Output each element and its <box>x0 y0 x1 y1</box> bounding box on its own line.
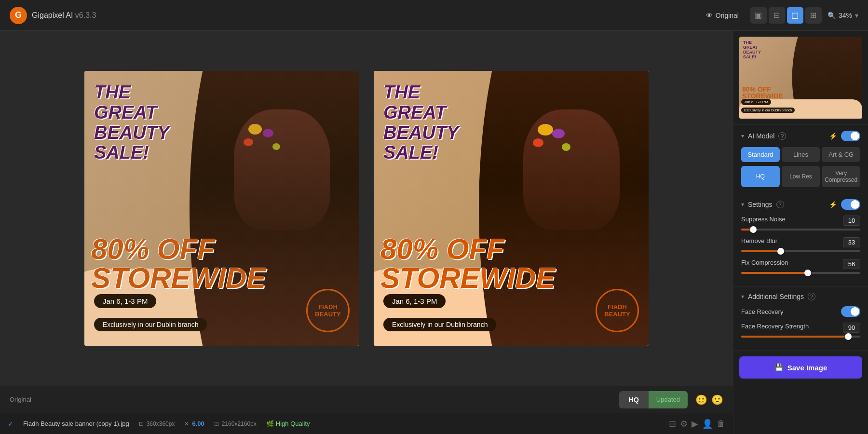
single-view-button[interactable]: ▣ <box>750 7 767 24</box>
additional-settings-section: ▾ Additional Settings ? Face Recovery Fa… <box>733 287 868 351</box>
file-check-icon: ✓ <box>8 420 14 428</box>
output-size-info: ⊡ 2160x2160px <box>214 420 257 427</box>
enhanced-image-panel: THEGREATBEAUTYSALE! 80% OFFSTOREWIDE Jan… <box>374 71 649 346</box>
suppress-noise-slider[interactable] <box>741 229 860 231</box>
settings-title: Settings <box>748 201 773 208</box>
remove-blur-slider[interactable] <box>741 250 860 252</box>
banner-heading: THEGREATBEAUTYSALE! <box>94 82 169 163</box>
chevron-icon: ▾ <box>741 133 744 139</box>
banner-discount-enhanced: 80% OFFSTOREWIDE <box>380 235 555 293</box>
zoom-area: 🔍 34% ▾ <box>827 12 858 19</box>
original-label: Original <box>716 12 739 19</box>
thumbs-down-button[interactable]: 🙁 <box>711 394 723 406</box>
file-size-info: ⊡ 360x360px <box>139 420 175 427</box>
grid-view-button[interactable]: ⊞ <box>805 7 822 24</box>
face-recovery-strength-value: 90 <box>843 323 860 333</box>
makeup-overlay-enhanced <box>533 124 600 163</box>
compare-icon[interactable]: ⊟ <box>669 419 676 429</box>
settings-toggle[interactable] <box>841 199 860 210</box>
main-layout: THEGREATBEAUTYSALE! 80% OFFSTOREWIDE Jan… <box>0 31 868 434</box>
banner-brand-enhanced: FIADHBEAUTY <box>596 289 639 332</box>
suppress-noise-value: 10 <box>843 216 860 226</box>
fix-compression-row: Fix Compression 56 <box>741 259 860 274</box>
leaf-icon: 🌿 <box>266 420 274 427</box>
original-label: Original <box>10 396 31 403</box>
face-recovery-strength-row: Face Recovery Strength 90 <box>741 323 860 338</box>
chevron-icon: ▾ <box>741 201 744 208</box>
updated-label: Updated <box>649 391 688 408</box>
original-button[interactable]: 👁 Original <box>700 9 745 22</box>
fix-compression-slider[interactable] <box>741 272 860 274</box>
file-action-icons: ⊟ ⚙ ▶ 👤 🗑 <box>669 419 725 429</box>
settings-icon[interactable]: ⚙ <box>680 419 688 429</box>
original-image-panel: THEGREATBEAUTYSALE! 80% OFFSTOREWIDE Jan… <box>84 71 359 346</box>
model-type-tabs: Standard Lines Art & CG <box>741 147 860 162</box>
app-name: Gigapixel AI <box>32 11 73 19</box>
thumb-addr: Exclusively in our Dublin branch <box>741 108 795 113</box>
original-size: 360x360px <box>147 420 175 427</box>
hq-updated-button[interactable]: HQ Updated <box>619 391 688 408</box>
additional-settings-header[interactable]: ▾ Additional Settings ? <box>741 293 860 300</box>
additional-settings-title: Additional Settings <box>748 293 804 300</box>
remove-blur-value: 33 <box>843 237 860 247</box>
ai-model-toggle[interactable] <box>841 131 860 141</box>
split-view-button[interactable]: ⊟ <box>769 7 785 24</box>
app-version: v6.3.3 <box>75 11 96 19</box>
save-icon: 💾 <box>774 363 784 372</box>
save-label: Save Image <box>787 364 827 372</box>
banner-address: Exclusively in our Dublin branch <box>94 318 207 331</box>
ai-model-help[interactable]: ? <box>778 132 786 140</box>
additional-help[interactable]: ? <box>808 293 815 300</box>
right-panel: THEGREATBEAUTYSALE! 80% OFFSTOREWIDE Jan… <box>733 31 868 434</box>
topbar-center: 👁 Original ▣ ⊟ ◫ ⊞ 🔍 34% ▾ <box>700 7 858 24</box>
thumb-discount: 80% OFFSTOREWIDE <box>742 86 783 99</box>
face-recovery-toggle[interactable] <box>841 306 860 317</box>
lines-tab[interactable]: Lines <box>782 147 820 162</box>
face-recovery-label: Face Recovery <box>741 308 841 315</box>
standard-tab[interactable]: Standard <box>741 147 780 162</box>
settings-help[interactable]: ? <box>776 201 784 208</box>
delete-icon[interactable]: 🗑 <box>717 419 725 429</box>
settings-header[interactable]: ▾ Settings ? ⚡ <box>741 199 860 210</box>
emoji-buttons: 🙂 🙁 <box>695 394 723 406</box>
save-image-button[interactable]: 💾 Save Image <box>739 356 862 379</box>
go-icon[interactable]: ▶ <box>692 419 698 429</box>
quality-tabs: HQ Low Res Very Compressed <box>741 166 860 187</box>
thumb-heading: THEGREATBEAUTYSALE! <box>743 41 761 60</box>
remove-blur-label: Remove Blur <box>741 237 777 247</box>
zoom-icon: 🔍 <box>827 12 836 19</box>
hq-tab[interactable]: HQ <box>741 166 780 187</box>
low-res-tab[interactable]: Low Res <box>782 166 820 187</box>
very-compressed-tab[interactable]: Very Compressed <box>822 166 860 187</box>
ai-model-section: ▾ AI Model ? ⚡ Standard Lines Art & CG H… <box>733 125 868 193</box>
side-by-side-button[interactable]: ◫ <box>787 7 803 24</box>
suppress-noise-label: Suppress Noise <box>741 216 786 226</box>
output-icon: ⊡ <box>214 420 219 427</box>
face-recovery-strength-slider[interactable] <box>741 336 860 338</box>
file-bar: ✓ Fiadh Beauty sale banner (copy 1).jpg … <box>0 413 733 434</box>
remove-blur-row: Remove Blur 33 <box>741 237 860 252</box>
quality-label: High Quality <box>276 420 310 427</box>
fix-compression-label: Fix Compression <box>741 259 788 269</box>
banner-discount: 80% OFFSTOREWIDE <box>91 235 266 293</box>
suppress-noise-row: Suppress Noise 10 <box>741 216 860 231</box>
fix-compression-value: 56 <box>843 259 860 269</box>
thumbs-up-button[interactable]: 🙂 <box>695 394 707 406</box>
thumbnail-image: THEGREATBEAUTYSALE! 80% OFFSTOREWIDE Jan… <box>739 37 862 119</box>
banner-brand: FIADHBEAUTY <box>306 289 350 332</box>
canvas-area: THEGREATBEAUTYSALE! 80% OFFSTOREWIDE Jan… <box>0 31 733 434</box>
makeup-overlay <box>244 124 311 163</box>
high-quality-badge: 🌿 High Quality <box>266 420 310 427</box>
chevron-icon: ▾ <box>741 293 744 300</box>
file-scale-info: ✕ 6.00 <box>184 420 204 427</box>
bottom-bar: Original HQ Updated 🙂 🙁 <box>0 386 733 413</box>
art-cg-tab[interactable]: Art & CG <box>822 147 860 162</box>
user-icon[interactable]: 👤 <box>702 419 713 429</box>
ai-model-header[interactable]: ▾ AI Model ? ⚡ <box>741 131 860 141</box>
view-buttons: ▣ ⊟ ◫ ⊞ <box>750 7 822 24</box>
lightning-icon: ⚡ <box>829 132 837 140</box>
banner-heading-enhanced: THEGREATBEAUTYSALE! <box>383 82 459 163</box>
face-recovery-strength-label: Face Recovery Strength <box>741 323 809 333</box>
app-title: Gigapixel AI v6.3.3 <box>32 11 96 20</box>
thumbnail-area: THEGREATBEAUTYSALE! 80% OFFSTOREWIDE Jan… <box>733 31 868 125</box>
